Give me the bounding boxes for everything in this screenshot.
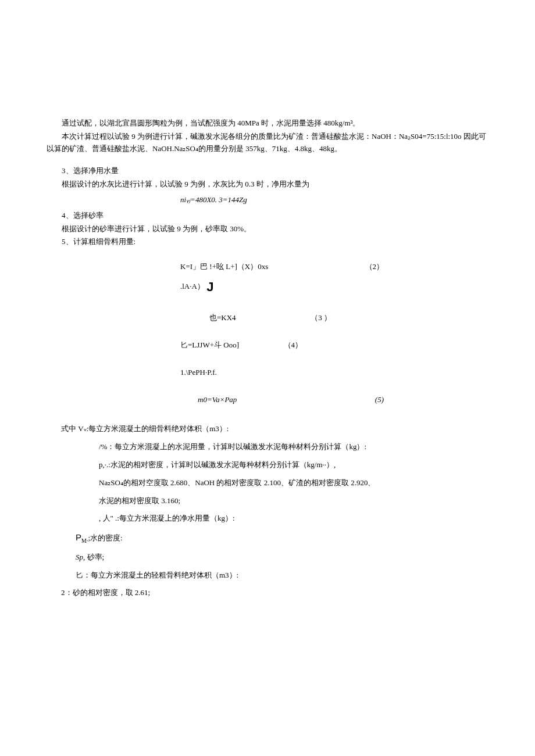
equation-2-line-b: .lA·A） J bbox=[47, 277, 488, 297]
def-sand-rate: Sp, 砂率; bbox=[47, 551, 488, 564]
equation-3-number: （3 ） bbox=[311, 312, 331, 324]
equation-5-number: (5) bbox=[375, 394, 384, 406]
def-mc: /%：每立方米混凝上的水泥用量，计算时以碱激发水泥每种材料分别计算（kg）: bbox=[47, 441, 488, 453]
def-cement-density: 水泥的相对密度取 3.160; bbox=[47, 495, 488, 507]
section-4-text: 根据设计的砂率进行计算，以试验 9 为例，砂率取 30%。 bbox=[47, 223, 488, 235]
document-page: 通过试配，以湖北宜昌圆形陶粒为例，当试配强度为 40MPa 时，水泥用量选择 4… bbox=[0, 0, 535, 599]
section-3-text: 根据设计的水灰比进行计算，以试验 9 为例，水灰比为 0.3 时，净用水量为 bbox=[47, 178, 488, 191]
section-5-title: 5、计算粗细骨料用量: bbox=[47, 236, 488, 248]
paragraph-intro-2: 本次计算过程以试验 9 为例进行计算，碱激发水泥各组分的质量比为矿渣：普通硅酸盐… bbox=[47, 131, 488, 155]
big-j-symbol: J bbox=[206, 280, 213, 294]
section-3-title: 3、选择净用水量 bbox=[47, 165, 488, 177]
def-sand-density: 2：砂的相对密度，取 2.61; bbox=[47, 587, 488, 599]
equation-4b-text: 1.\PePH·P.f. bbox=[180, 368, 217, 377]
equation-4-number: （4） bbox=[284, 339, 303, 352]
def7-rest: 砂率; bbox=[85, 553, 104, 561]
def-water-usage: , 人" .:每立方米混凝上的净水用量（kg）: bbox=[47, 513, 488, 525]
equation-2-line-a: K=I」巴 !+吆 L+]（X）0xs （2） bbox=[47, 261, 488, 273]
equation-2-number: （2） bbox=[365, 261, 384, 273]
def7-symbol: Sp, bbox=[76, 553, 85, 561]
section-4-title: 4、选择砂率 bbox=[47, 210, 488, 222]
def-pc: p,·.:水泥的相对密度，计算时以碱激发水泥每种材料分别计算（kg/m··）, bbox=[47, 459, 488, 471]
def6-prefix: P bbox=[76, 532, 81, 542]
equation-5-line: m0=Va×Pap (5) bbox=[47, 394, 488, 406]
def-water-density: PM·;水的密度: bbox=[47, 531, 488, 546]
equation-4b-line: 1.\PePH·P.f. bbox=[47, 367, 488, 379]
definitions-intro: 式中 Vᵥ:每立方米混凝土的细骨料绝对体积（m3）: bbox=[47, 423, 488, 435]
equation-2a-text: K=I」巴 !+吆 L+]（X）0xs bbox=[180, 262, 268, 271]
equation-3-text: 也=KX4 bbox=[209, 313, 236, 322]
equation-5-text: m0=Va×Pap bbox=[198, 395, 237, 404]
equation-1: niᵧⱼ=480X0. 3=144Zg bbox=[180, 195, 247, 204]
equation-4-line: 匕=LJJW+斗 Ooo] （4） bbox=[47, 339, 488, 352]
def6-rest: ;水的密度: bbox=[88, 533, 122, 542]
equation-3-line: 也=KX4 （3 ） bbox=[47, 312, 488, 324]
definitions-block: /%：每立方米混凝上的水泥用量，计算时以碱激发水泥每种材料分别计算（kg）: p… bbox=[47, 441, 488, 599]
equation-2b-text: .lA·A） bbox=[180, 282, 205, 291]
equation-4-text: 匕=LJJW+斗 Ooo] bbox=[180, 341, 239, 349]
def-densities: Na₂SO₄的相对空度取 2.680、NaOH 的相对密度取 2.100、矿渣的… bbox=[47, 477, 488, 489]
def-coarse-agg: 匕：每立方米混凝土的轻粗骨料绝对体积（m3）: bbox=[47, 569, 488, 582]
def6-sub: M· bbox=[81, 538, 88, 544]
paragraph-intro-1: 通过试配，以湖北宜昌圆形陶粒为例，当试配强度为 40MPa 时，水泥用量选择 4… bbox=[47, 117, 488, 130]
